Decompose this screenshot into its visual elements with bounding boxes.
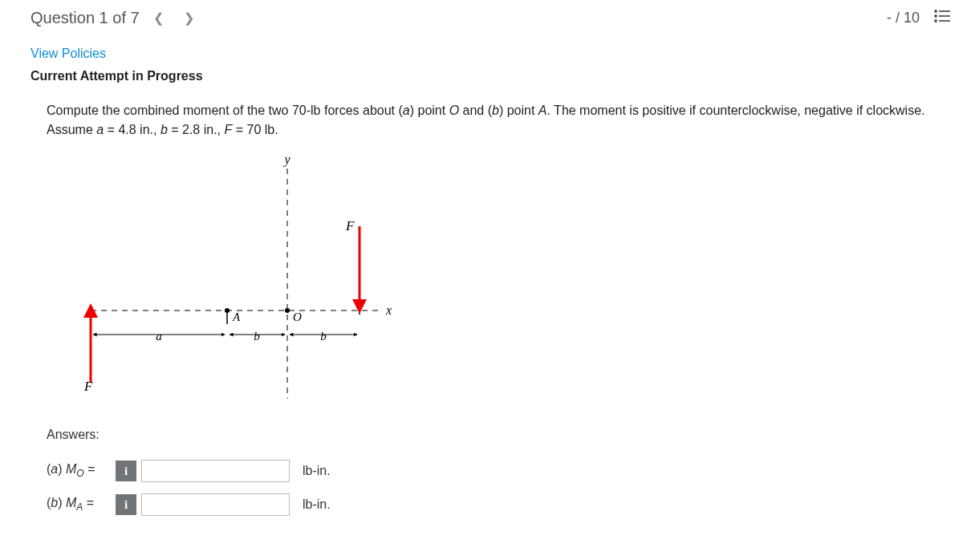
question-header: Question 1 of 7 ❮ ❯ - / 10 bbox=[30, 6, 950, 29]
problem-figure: y x O A a b b F F bbox=[47, 154, 950, 413]
question-list-icon[interactable] bbox=[934, 9, 950, 27]
fig-x-label: x bbox=[385, 303, 392, 317]
next-arrow[interactable]: ❯ bbox=[178, 6, 201, 29]
answers-heading: Answers: bbox=[47, 428, 950, 442]
fig-a-label: a bbox=[156, 330, 162, 343]
info-button-a[interactable]: i bbox=[116, 461, 136, 481]
fig-b-label-2: b bbox=[320, 330, 327, 343]
answer-input-b[interactable] bbox=[141, 493, 290, 516]
fig-F-left: F bbox=[83, 379, 93, 394]
unit-label-b: lb-in. bbox=[303, 497, 331, 512]
view-policies-link[interactable]: View Policies bbox=[30, 47, 106, 61]
problem-statement: Compute the combined moment of the two 7… bbox=[47, 101, 929, 140]
fig-b-label-1: b bbox=[254, 330, 260, 343]
fig-O-label: O bbox=[293, 310, 302, 323]
question-title: Question 1 of 7 bbox=[30, 9, 140, 27]
svg-point-10 bbox=[285, 308, 290, 313]
answer-row-b: (b) MA = i lb-in. bbox=[47, 493, 950, 516]
info-button-b[interactable]: i bbox=[116, 494, 136, 515]
score-label: - / 10 bbox=[887, 10, 920, 26]
fig-F-right: F bbox=[345, 218, 355, 233]
attempt-status: Current Attempt in Progress bbox=[30, 69, 950, 83]
fig-y-label: y bbox=[282, 154, 291, 167]
svg-point-2 bbox=[935, 15, 937, 17]
svg-point-0 bbox=[935, 10, 937, 12]
answer-input-a[interactable] bbox=[141, 460, 290, 482]
prev-arrow[interactable]: ❮ bbox=[148, 6, 170, 29]
unit-label-a: lb-in. bbox=[303, 464, 331, 478]
answer-row-a: (a) MO = i lb-in. bbox=[47, 460, 950, 482]
svg-point-4 bbox=[935, 20, 937, 22]
fig-A-label: A bbox=[232, 310, 241, 323]
